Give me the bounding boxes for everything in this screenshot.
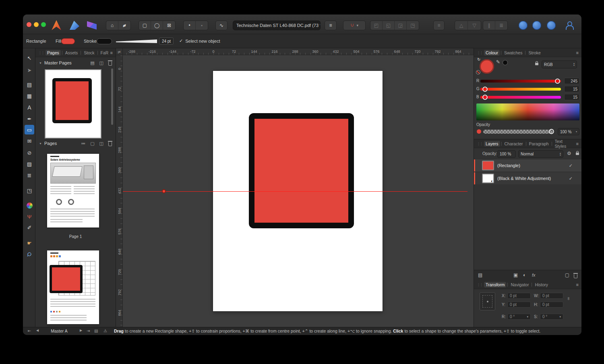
current-colour-wheel[interactable] <box>480 59 494 74</box>
sphere-button[interactable]: ◯ <box>151 21 163 30</box>
lock-icon[interactable] <box>535 63 538 65</box>
designer-app-icon[interactable] <box>70 21 79 30</box>
disclosure-icon[interactable]: ▼ <box>39 142 42 145</box>
document-title-dropdown[interactable]: Technische Daten ST L40-868 DC.pdf (73 *… <box>233 21 321 30</box>
panel-menu-icon[interactable]: ≡ <box>576 141 579 146</box>
reset-colour-icon[interactable]: ↻ <box>477 57 480 62</box>
layers-stack-icon[interactable]: ▤ <box>478 272 482 278</box>
link-dimensions-icon[interactable]: ∞ <box>567 297 571 300</box>
opacity-knob[interactable] <box>549 129 554 134</box>
publisher-app-icon[interactable] <box>51 20 62 31</box>
layer-lock-icon[interactable] <box>576 153 579 155</box>
duplicate-master-icon[interactable]: ◫ <box>99 61 103 65</box>
pin-button[interactable]: • <box>184 21 196 30</box>
toolbar-circle-button-c[interactable] <box>547 21 556 30</box>
y-input[interactable]: 0 pt <box>507 302 531 308</box>
vertical-ruler[interactable]: 0 72 144 216 288 360 432 504 576 648 720… <box>116 55 123 327</box>
colour-spectrum[interactable] <box>476 103 579 120</box>
tab-character[interactable]: Character <box>503 141 524 147</box>
pages-scrollbar[interactable] <box>111 68 113 125</box>
layer-visibility-check[interactable]: ✓ <box>569 163 573 168</box>
page-button[interactable]: ▢ <box>139 21 151 30</box>
layer-thumbnail[interactable]: ◐ <box>482 174 494 183</box>
rotation-dropdown[interactable]: 0 °▾ <box>507 314 531 320</box>
eraser-button[interactable]: ▰ <box>118 21 130 30</box>
channel-b-slider[interactable] <box>480 96 561 99</box>
disclosure-icon[interactable]: ▼ <box>39 62 42 64</box>
tab-assets[interactable]: Assets <box>64 50 80 56</box>
stroke-width-value[interactable]: 24 pt <box>159 37 174 45</box>
layer-visibility-check[interactable]: ✓ <box>569 176 573 181</box>
channel-g-slider[interactable] <box>480 88 561 91</box>
colour-mode-dropdown[interactable]: RGB ▴▾ <box>542 60 577 68</box>
trash-icon[interactable] <box>108 62 112 66</box>
style-picker-tool[interactable]: Ψ <box>25 212 34 221</box>
trash-icon[interactable] <box>574 274 577 278</box>
master-pages-header[interactable]: ▼ Master Pages ▤ ◫ <box>35 59 116 67</box>
node-tool[interactable]: ➤ <box>25 65 34 75</box>
zoom-tool[interactable]: Ϙ <box>25 249 34 259</box>
opacity-slider[interactable] <box>483 130 553 134</box>
page-1-thumbnail[interactable]: Solare Antriebssysteme <box>47 154 99 228</box>
add-master-icon[interactable]: ▤ <box>90 61 94 65</box>
layer-row-bw-adjustment[interactable]: ◐ (Black & White Adjustment) ✓ <box>474 172 581 184</box>
frame-text-tool[interactable]: ▤ <box>25 80 34 89</box>
colour-picker-tool[interactable]: ✐ <box>25 223 34 232</box>
blend-mode-dropdown[interactable]: Normal ▴▾ <box>518 150 563 158</box>
ruler-units-corner[interactable]: pt <box>116 48 123 55</box>
channel-r-slider[interactable] <box>480 80 561 83</box>
view-tool[interactable]: ☛ <box>25 238 34 248</box>
horizontal-ruler[interactable]: -288 -216 -144 -72 0 72 144 216 288 360 … <box>116 48 474 55</box>
snapping-button[interactable]: ∩ ▾ <box>343 21 366 30</box>
rectangle-tool[interactable]: ▭ <box>25 125 34 134</box>
toolbar-circle-button-b[interactable] <box>532 21 541 30</box>
trash-icon[interactable] <box>108 142 112 146</box>
master-page-thumbnail[interactable] <box>46 70 101 138</box>
w-input[interactable]: 0 pt <box>540 293 563 299</box>
preflight-warning-icon[interactable]: ⚠ <box>103 329 107 333</box>
move-tool[interactable]: ↖ <box>25 53 34 63</box>
stroke-width-widget[interactable] <box>116 39 157 43</box>
no-colour-icon[interactable] <box>476 70 480 74</box>
order-backward-button[interactable]: ◲ <box>395 21 407 30</box>
channel-g-value[interactable]: 15 <box>564 86 579 92</box>
tab-paragraph[interactable]: Paragraph <box>527 141 550 147</box>
stroke-swatch[interactable] <box>97 38 112 44</box>
apply-master-icon[interactable]: ≔ <box>81 141 85 146</box>
duplicate-page-icon[interactable]: ◫ <box>99 141 103 146</box>
panel-menu-icon[interactable]: ≡ <box>576 50 579 55</box>
last-page-icon[interactable]: ⇥ <box>87 329 90 333</box>
pen-tool[interactable]: ✒ <box>25 114 34 124</box>
anchor-point-selector[interactable] <box>480 292 495 310</box>
minimize-window-button[interactable] <box>34 22 39 27</box>
ellipse-frame-tool[interactable]: ⊘ <box>25 148 34 157</box>
tab-stroke[interactable]: Stroke <box>527 50 542 56</box>
channel-b-knob[interactable] <box>482 95 488 100</box>
channel-r-value[interactable]: 245 <box>564 78 579 84</box>
photo-app-icon[interactable] <box>87 21 97 30</box>
distribute-button[interactable]: ∥ <box>483 21 495 30</box>
mask-icon[interactable]: ▣ <box>513 272 518 278</box>
first-page-icon[interactable]: ⇤ <box>28 329 31 333</box>
align-bottom-button[interactable]: ▽ <box>468 21 481 30</box>
tab-history[interactable]: History <box>533 282 550 287</box>
paragraph-marks-button[interactable]: ≡ <box>325 21 337 30</box>
select-new-object-checkbox[interactable]: ✓ Select new object <box>179 38 220 43</box>
dot-button[interactable]: ▪ <box>196 21 208 30</box>
tab-swatches[interactable]: Swatches <box>503 50 524 56</box>
shear-dropdown[interactable]: 0 °▾ <box>540 314 563 320</box>
align-top-button[interactable]: △ <box>455 21 468 30</box>
channel-b-value[interactable]: 15 <box>564 94 579 100</box>
rectangle-shape[interactable] <box>249 113 354 228</box>
tab-text-styles[interactable]: Text Styles <box>553 139 576 149</box>
layer-thumbnail[interactable] <box>482 161 494 170</box>
opacity-dropdown[interactable]: 100 % ▾ <box>558 128 579 135</box>
picture-frame-tool[interactable]: ✉ <box>25 136 34 146</box>
x-input[interactable]: 0 pt <box>507 293 531 299</box>
guide-line[interactable] <box>123 191 467 192</box>
order-front-button[interactable]: ◰ <box>370 21 383 30</box>
previous-page-icon[interactable]: ◀ <box>36 329 39 332</box>
canvas[interactable]: -288 -216 -144 -72 0 72 144 216 288 360 … <box>116 48 474 327</box>
order-forward-button[interactable]: ◱ <box>383 21 395 30</box>
channel-r-knob[interactable] <box>555 79 560 84</box>
